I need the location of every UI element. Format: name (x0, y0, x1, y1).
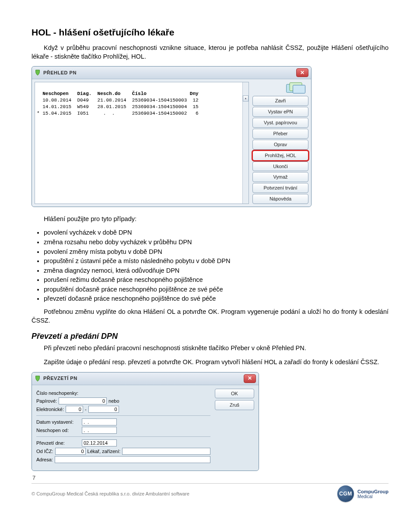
dash-separator: - (85, 406, 87, 413)
close-icon: ✕ (300, 69, 304, 76)
elektronicke-b-input[interactable] (88, 406, 119, 413)
label-nebo: nebo (108, 398, 119, 404)
case-item: propuštění z ústavní péče a místo násled… (44, 257, 388, 266)
adresa-input[interactable] (55, 456, 210, 463)
pn-row[interactable]: * 15.04.2015 I051 . . 25369034-150415000… (37, 111, 199, 116)
app-icon (35, 70, 41, 76)
sub-heading: Převzetí a předání DPN (32, 331, 388, 341)
case-item: změna diagnózy nemoci, která odůvodňuje … (44, 267, 388, 275)
app-icon (35, 376, 41, 382)
zrus-button[interactable]: Zruš (215, 400, 254, 410)
label-od-icz: Od IČZ: (36, 448, 53, 455)
cgm-logo: CGM CompuGroupMedical (337, 485, 388, 502)
oprav-button[interactable]: Oprav (252, 140, 308, 150)
datum-vystaveni-input[interactable] (82, 418, 117, 425)
label-lekar-zarizeni: Lékař, zařízení: (88, 448, 121, 455)
sub-paragraph-2: Zapište údaje o předání resp. převzetí a… (32, 358, 388, 367)
label-prevzeti-dne: Převzetí dne: (36, 440, 80, 446)
titlebar: PŘEVZETÍ PN ✕ (32, 372, 259, 385)
intro-paragraph: Když v průběhu pracovní neschopnosti vzn… (32, 44, 388, 61)
pn-list-header: Neschopen Diag. Nesch.do Číslo Dny (37, 91, 199, 96)
case-item: změna rozsahu nebo doby vycházek v průbě… (44, 238, 388, 247)
window-prehled-pn: PŘEHLED PN ✕ Neschopen Diag. Nesch.do Čí… (32, 66, 312, 207)
pn-list[interactable]: Neschopen Diag. Nesch.do Číslo Dny 10.08… (35, 82, 249, 204)
vyst-papirovou-button[interactable]: Vyst. papírovou (252, 118, 308, 128)
pn-row[interactable]: 14.01.2015 W549 28.01.2015 25369034-1504… (37, 104, 199, 109)
elektronicke-a-input[interactable] (66, 406, 83, 413)
prohlizej-hol-button[interactable]: Prohlížej, HOL (252, 151, 308, 161)
titlebar: PŘEHLED PN ✕ (32, 67, 311, 79)
lekar-zarizeni-input[interactable] (122, 448, 210, 455)
page-heading: HOL - hlášení ošetřujícího lékaře (32, 26, 388, 39)
cgm-logo-mark: CGM (337, 485, 354, 502)
separator (36, 415, 210, 416)
preber-button[interactable]: Přeber (252, 129, 308, 139)
case-item: propuštění dočasně práce neschopného poj… (44, 285, 388, 294)
scrollbar[interactable]: ▴ (242, 82, 248, 203)
label-papirove: Papírové: (36, 398, 57, 404)
ok-button[interactable]: OK (215, 389, 254, 399)
case-item: povolení změny místa pobytu v době DPN (44, 248, 388, 256)
separator (36, 436, 210, 437)
window-title: PŘEHLED PN (43, 70, 77, 76)
case-item: porušení režimu dočasně práce neschopnéh… (44, 276, 388, 285)
zavri-button[interactable]: Zavři (252, 96, 308, 106)
form-buttons: OK Zruš (215, 389, 254, 465)
copyright-text: © CompuGroup Medical Česká republika s.r… (32, 491, 189, 497)
case-item: povolení vycházek v době DPN (44, 228, 388, 237)
napoveda-button[interactable]: Nápověda (252, 194, 308, 204)
neschopen-od-input[interactable] (82, 427, 117, 434)
label-elektronicke: Elektronické: (36, 406, 64, 413)
label-datum-vystaveni: Datum vystavení: (36, 419, 80, 425)
window-prevzeti-pn: PŘEVZETÍ PN ✕ Číslo neschopenky: Papírov… (32, 372, 259, 471)
ukonci-button[interactable]: Ukonči (252, 162, 308, 172)
page-number: 7 (32, 474, 35, 482)
label-cislo-neschopenky: Číslo neschopenky: (36, 390, 78, 397)
form-area: Číslo neschopenky: Papírové: nebo Elektr… (36, 389, 210, 465)
pn-row[interactable]: 10.08.2014 D049 21.08.2014 25369034-1504… (37, 98, 199, 103)
outro-paragraph: Potřebnou změnu vyplňte do okna Hlášení … (32, 308, 388, 325)
label-neschopen-od: Neschopen od: (36, 427, 80, 434)
sub-paragraph-1: Při převzetí nebo předání pracovní nesch… (32, 344, 388, 353)
scroll-up-icon[interactable]: ▴ (243, 95, 248, 102)
cases-list: povolení vycházek v době DPN změna rozsa… (32, 228, 388, 303)
prevzeti-dne-input[interactable] (82, 439, 117, 446)
pn-sidebar: Zavři Vystav ePN Vyst. papírovou Přeber … (252, 82, 308, 204)
page-footer: 7 © CompuGroup Medical Česká republika s… (32, 483, 388, 502)
close-button[interactable]: ✕ (244, 374, 256, 383)
cases-intro: Hlášení použijte pro tyto případy: (32, 215, 388, 224)
close-icon: ✕ (248, 375, 252, 382)
papirove-input[interactable] (59, 397, 107, 404)
label-adresa: Adresa: (36, 457, 53, 463)
potvrzeni-trvani-button[interactable]: Potvrzení trvání (252, 183, 308, 193)
svg-rect-2 (293, 85, 305, 94)
case-item: převzetí dočasně práce neschopného pojiš… (44, 295, 388, 303)
cgm-logo-text: CompuGroupMedical (357, 489, 388, 499)
window-title: PŘEVZETÍ PN (43, 375, 77, 382)
od-icz-input[interactable] (55, 448, 86, 455)
close-button[interactable]: ✕ (296, 68, 308, 77)
vymaz-button[interactable]: Vymaž (252, 172, 308, 182)
